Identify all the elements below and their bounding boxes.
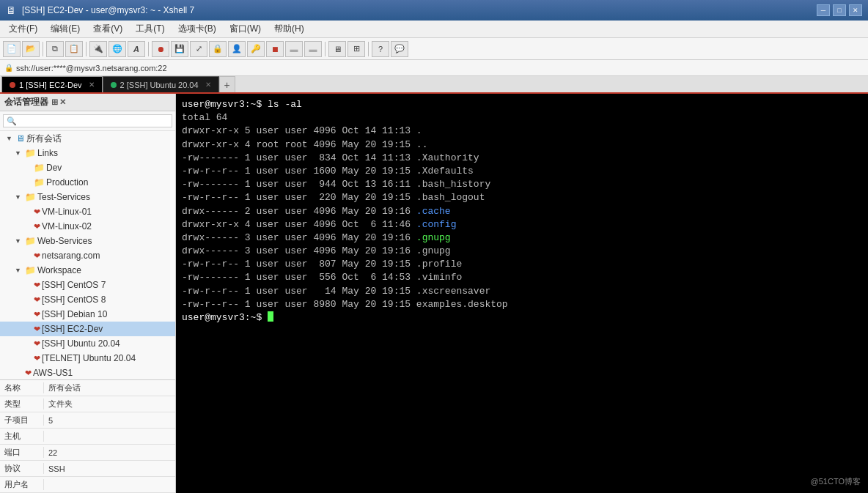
production-label: Production <box>46 177 88 188</box>
menu-tabs[interactable]: 选项卡(B) <box>172 21 222 37</box>
tb-btn-gray2[interactable]: ▬ <box>304 41 322 57</box>
info-row-name: 名称 所有会话 <box>0 380 175 396</box>
arrows-button[interactable]: ⤢ <box>190 41 207 57</box>
tree-web-services[interactable]: ▼ 📁 Web-Services <box>0 234 175 248</box>
font-button[interactable]: A <box>128 41 145 57</box>
arrow-web: ▼ <box>15 237 23 245</box>
record-button[interactable]: ⏺ <box>152 41 169 57</box>
term-line-14: -rw-r--r-- 1 user user 8980 May 20 19:15… <box>182 298 862 311</box>
globe-button[interactable]: 🌐 <box>108 41 126 57</box>
paste-button[interactable]: 📋 <box>65 41 83 57</box>
folder-workspace-icon: 📁 <box>25 265 36 275</box>
tab-add-button[interactable]: + <box>219 76 235 92</box>
menu-view[interactable]: 查看(V) <box>87 21 128 37</box>
all-sessions-label: 所有会话 <box>26 133 62 145</box>
term-prompt-2: user@mysvr3:~$ <box>182 311 862 325</box>
toolbar: 📄 📂 ⧉ 📋 🔌 🌐 A ⏺ 💾 ⤢ 🔒 👤 🔑 ⏹ ▬ ▬ 🖥 ⊞ ? 💬 <box>0 38 868 60</box>
minimize-button[interactable]: ─ <box>817 4 830 16</box>
grid-button[interactable]: ⊞ <box>347 41 365 57</box>
new-button[interactable]: 📄 <box>3 41 21 57</box>
tree-ec2dev[interactable]: ❤ [SSH] EC2-Dev <box>0 322 175 336</box>
key-button[interactable]: 🔑 <box>247 41 265 57</box>
tree-vm-linux-01[interactable]: ❤ VM-Linux-01 <box>0 204 175 219</box>
tree-dev[interactable]: 📁 Dev <box>0 160 175 175</box>
terminal[interactable]: user@mysvr3:~$ ls -al total 64 drwxr-xr-… <box>176 94 868 493</box>
info-label-port: 端口 <box>0 447 44 458</box>
menu-file[interactable]: 文件(F) <box>3 21 43 37</box>
tree-vm-linux-02[interactable]: ❤ VM-Linux-02 <box>0 219 175 234</box>
session-netsarang-icon: ❤ <box>34 251 40 261</box>
tab-close-1[interactable]: ✕ <box>89 81 95 89</box>
info-row-protocol: 协议 SSH <box>0 461 175 477</box>
centos7-label: [SSH] CentOS 7 <box>42 280 106 290</box>
tab-dot-1 <box>10 82 15 88</box>
tree-ubuntu2004[interactable]: ❤ [SSH] Ubuntu 20.04 <box>0 336 175 351</box>
close-button[interactable]: ✕ <box>849 4 862 16</box>
workspace-label: Workspace <box>37 265 81 275</box>
info-label-children: 子项目 <box>0 415 44 426</box>
arrow-debian10 <box>23 311 32 318</box>
tree-aws-us1[interactable]: ❤ AWS-US1 <box>0 366 175 379</box>
session-aws-icon: ❤ <box>25 368 32 378</box>
menu-bar: 文件(F) 编辑(E) 查看(V) 工具(T) 选项卡(B) 窗口(W) 帮助(… <box>0 21 868 38</box>
sidebar-close-button[interactable]: ✕ <box>59 97 66 107</box>
menu-edit[interactable]: 编辑(E) <box>45 21 86 37</box>
tree-netsarang[interactable]: ❤ netsarang.com <box>0 248 175 263</box>
session-centos8-icon: ❤ <box>34 295 40 305</box>
info-row-username: 用户名 <box>0 477 175 493</box>
user-button[interactable]: 👤 <box>228 41 246 57</box>
tree-links[interactable]: ▼ 📁 Links <box>0 146 175 160</box>
ubuntu2004-label: [SSH] Ubuntu 20.04 <box>42 338 120 349</box>
save-button[interactable]: 💾 <box>171 41 188 57</box>
session-debian10-icon: ❤ <box>34 310 40 319</box>
session-vm2-icon: ❤ <box>34 222 40 231</box>
lock-button[interactable]: 🔒 <box>209 41 227 57</box>
tree-telnet-ubuntu[interactable]: ❤ [TELNET] Ubuntu 20.04 <box>0 351 175 366</box>
info-panel: 名称 所有会话 类型 文件夹 子项目 5 主机 端口 22 协议 SSH <box>0 379 175 493</box>
info-label-type: 类型 <box>0 399 44 409</box>
arrow-workspace: ▼ <box>15 267 23 274</box>
menu-help[interactable]: 帮助(H) <box>268 21 310 37</box>
term-line-8: drwxr-xr-x 4 user user 4096 Oct 6 11:46 … <box>182 218 862 231</box>
tree-debian10[interactable]: ❤ [SSH] Debian 10 <box>0 307 175 322</box>
tree-all-sessions[interactable]: ▼ 🖥 所有会话 <box>0 131 175 146</box>
tree-production[interactable]: 📁 Production <box>0 175 175 190</box>
monitor-button[interactable]: 🖥 <box>328 41 346 57</box>
session-telnet-icon: ❤ <box>34 354 40 363</box>
sidebar-search-input[interactable] <box>3 114 172 127</box>
tree-centos8[interactable]: ❤ [SSH] CentOS 8 <box>0 292 175 307</box>
toolbar-sep-1 <box>43 42 43 56</box>
tab-1[interactable]: 1 [SSH] EC2-Dev ✕ <box>1 76 103 92</box>
tree-centos7[interactable]: ❤ [SSH] CentOS 7 <box>0 278 175 292</box>
copy-button[interactable]: ⧉ <box>46 41 64 57</box>
stop-button[interactable]: ⏹ <box>266 41 284 57</box>
arrow-vm1 <box>23 208 32 215</box>
tab-close-2[interactable]: ✕ <box>205 81 211 89</box>
sidebar-title: 会话管理器 <box>4 96 48 108</box>
tree-test-services[interactable]: ▼ 📁 Test-Services <box>0 190 175 204</box>
tb-btn-gray1[interactable]: ▬ <box>285 41 303 57</box>
help-button[interactable]: ? <box>372 41 389 57</box>
maximize-button[interactable]: □ <box>833 4 846 16</box>
menu-window[interactable]: 窗口(W) <box>224 21 267 37</box>
term-line-7: drwx------ 2 user user 4096 May 20 19:16… <box>182 205 862 218</box>
term-line-5: -rw------- 1 user user 944 Oct 13 16:11 … <box>182 178 862 191</box>
lock-icon: 🔒 <box>4 64 13 72</box>
info-row-children: 子项目 5 <box>0 412 175 429</box>
toolbar-sep-4 <box>325 42 326 56</box>
open-button[interactable]: 📂 <box>22 41 40 57</box>
tree-workspace[interactable]: ▼ 📁 Workspace <box>0 263 175 278</box>
chat-button[interactable]: 💬 <box>391 41 408 57</box>
connect-button[interactable]: 🔌 <box>89 41 107 57</box>
tab-2[interactable]: 2 [SSH] Ubuntu 20.04 ✕ <box>103 76 219 92</box>
term-line-6: -rw-r--r-- 1 user user 220 May 20 19:15 … <box>182 191 862 204</box>
sidebar-pin-button[interactable]: ⊞ <box>51 97 58 107</box>
netsarang-label: netsarang.com <box>42 251 100 261</box>
ec2dev-label: [SSH] EC2-Dev <box>42 324 103 334</box>
folder-production-icon: 📁 <box>34 177 45 188</box>
sidebar-search-container <box>0 111 175 131</box>
title-bar: 🖥 [SSH] EC2-Dev - user@mysvr3: ~ - Xshel… <box>0 0 868 21</box>
menu-tools[interactable]: 工具(T) <box>130 21 170 37</box>
web-services-label: Web-Services <box>37 236 92 246</box>
term-line-0: total 64 <box>182 111 862 125</box>
